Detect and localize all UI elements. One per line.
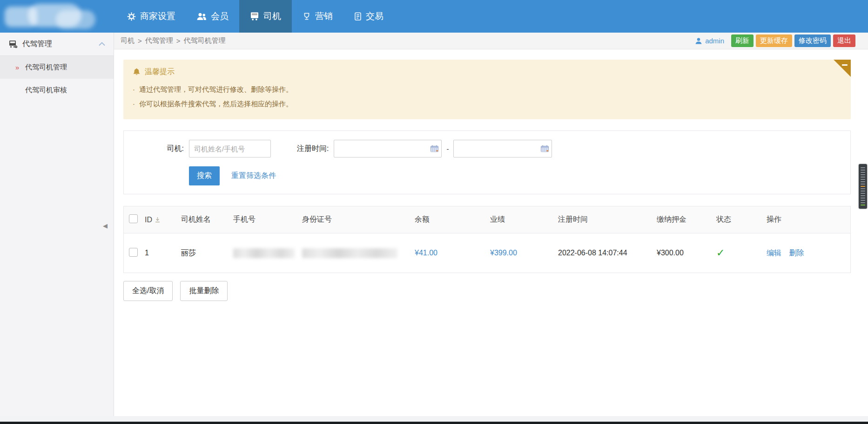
trophy-icon bbox=[303, 12, 311, 21]
cell-performance: ¥399.00 bbox=[490, 249, 558, 257]
car-icon bbox=[250, 12, 259, 21]
edit-link[interactable]: 编辑 bbox=[767, 249, 781, 257]
nav-item-label: 营销 bbox=[315, 10, 333, 22]
driver-label: 司机: bbox=[124, 144, 189, 154]
tip-text: 你可以根据条件搜索代驾，然后选择相应的操作。 bbox=[139, 100, 293, 108]
update-cache-button[interactable]: 更新缓存 bbox=[756, 34, 792, 47]
gear-icon bbox=[127, 12, 136, 21]
minimap-marker bbox=[861, 202, 865, 203]
breadcrumb-separator: > bbox=[138, 37, 142, 45]
scroll-minimap-widget[interactable] bbox=[859, 164, 867, 209]
reset-filters-link[interactable]: 重置筛选条件 bbox=[231, 171, 276, 181]
minimap-marker bbox=[861, 200, 865, 201]
minimap-marker bbox=[861, 191, 865, 191]
row-checkbox-cell bbox=[124, 248, 145, 259]
column-status: 状态 bbox=[716, 215, 767, 225]
sidebar-group-driver-management[interactable]: 代驾管理 bbox=[0, 33, 114, 56]
table-row: 1 丽莎 ¥41.00 ¥399.00 2022-06-08 14:07:44 … bbox=[124, 233, 850, 273]
topbar-actions: admin 刷新 更新缓存 修改密码 退出 bbox=[695, 34, 855, 47]
breadcrumb: 司机 > 代驾管理 > 代驾司机管理 bbox=[121, 36, 226, 45]
column-id-number: 身份证号 bbox=[302, 215, 415, 225]
change-password-button[interactable]: 修改密码 bbox=[794, 34, 831, 47]
date-range-separator: - bbox=[446, 145, 449, 153]
batch-delete-button[interactable]: 批量删除 bbox=[180, 281, 228, 301]
sidebar-item-label: 代驾司机审核 bbox=[25, 86, 67, 95]
delete-link[interactable]: 删除 bbox=[789, 249, 804, 257]
minimap-marker bbox=[861, 188, 865, 189]
sidebar-item-driver-audit[interactable]: 代驾司机审核 bbox=[0, 79, 114, 102]
status-check-icon: ✓ bbox=[716, 247, 725, 259]
app-logo bbox=[0, 0, 116, 33]
sidebar: 代驾管理 » 代驾司机管理 代驾司机审核 bbox=[0, 33, 114, 416]
page-content: 温馨提示 ·通过代驾管理，可对代驾进行修改、删除等操作。 ·你可以根据条件搜索代… bbox=[114, 49, 868, 416]
minus-icon bbox=[842, 64, 848, 66]
minimap-marker bbox=[861, 193, 865, 194]
search-actions-row: 搜索 重置筛选条件 bbox=[124, 166, 850, 185]
date-to-wrap bbox=[453, 140, 552, 157]
chevron-up-icon bbox=[99, 42, 105, 46]
column-actions: 操作 bbox=[767, 215, 850, 225]
calendar-icon[interactable] bbox=[431, 145, 438, 152]
row-checkbox[interactable] bbox=[129, 248, 138, 257]
nav-item-label: 会员 bbox=[211, 10, 229, 22]
nav-item-label: 商家设置 bbox=[140, 10, 175, 22]
column-id: ID bbox=[145, 216, 181, 224]
minimap-marker bbox=[861, 181, 865, 182]
minimap-marker bbox=[861, 179, 865, 180]
driver-search-input[interactable] bbox=[189, 140, 271, 157]
date-from-wrap bbox=[334, 140, 442, 157]
tips-panel: 温馨提示 ·通过代驾管理，可对代驾进行修改、删除等操作。 ·你可以根据条件搜索代… bbox=[123, 60, 851, 119]
logout-button[interactable]: 退出 bbox=[833, 34, 855, 47]
minimap-marker bbox=[861, 167, 865, 168]
nav-item-transactions[interactable]: 交易 bbox=[343, 0, 394, 33]
user-icon bbox=[695, 37, 702, 45]
cell-balance: ¥41.00 bbox=[415, 249, 490, 257]
table-header-row: ID 司机姓名 手机号 身份证号 余额 业绩 注册时间 缴纳押金 状态 bbox=[124, 206, 850, 233]
drivers-table: ID 司机姓名 手机号 身份证号 余额 业绩 注册时间 缴纳押金 状态 bbox=[123, 206, 851, 273]
breadcrumb-part: 代驾司机管理 bbox=[184, 36, 226, 45]
nav-item-drivers[interactable]: 司机 bbox=[239, 0, 292, 33]
calendar-icon[interactable] bbox=[541, 145, 549, 152]
select-all-checkbox[interactable] bbox=[129, 214, 138, 223]
minimap-marker bbox=[861, 170, 865, 171]
column-driver-name: 司机姓名 bbox=[181, 215, 233, 225]
active-marker-icon: » bbox=[15, 63, 19, 71]
nav-item-merchant-settings[interactable]: 商家设置 bbox=[116, 0, 186, 33]
tips-body: ·通过代驾管理，可对代驾进行修改、删除等操作。 ·你可以根据条件搜索代驾，然后选… bbox=[133, 82, 841, 111]
cell-driver-name: 丽莎 bbox=[181, 248, 233, 258]
breadcrumb-bar: 司机 > 代驾管理 > 代驾司机管理 admin 刷新 更新缓存 bbox=[114, 33, 868, 49]
cell-status: ✓ bbox=[716, 247, 767, 259]
column-phone: 手机号 bbox=[233, 215, 302, 225]
minimap-marker-orange bbox=[861, 186, 865, 187]
users-icon bbox=[197, 13, 207, 21]
minimap-marker bbox=[861, 198, 865, 198]
minimap-marker bbox=[861, 172, 865, 173]
minimap-marker bbox=[861, 195, 865, 196]
cell-register-time: 2022-06-08 14:07:44 bbox=[558, 249, 657, 257]
bulk-actions: 全选/取消 批量删除 bbox=[123, 281, 851, 301]
register-time-to-input[interactable] bbox=[453, 140, 552, 157]
column-balance: 余额 bbox=[415, 215, 490, 225]
redacted-phone bbox=[233, 248, 295, 258]
tip-line: ·你可以根据条件搜索代驾，然后选择相应的操作。 bbox=[133, 96, 841, 111]
breadcrumb-separator: > bbox=[176, 37, 181, 45]
tips-collapse-corner[interactable] bbox=[834, 60, 851, 77]
cell-deposit: ¥300.00 bbox=[657, 249, 716, 257]
current-user[interactable]: admin bbox=[695, 37, 724, 45]
nav-item-members[interactable]: 会员 bbox=[186, 0, 239, 33]
register-time-from-input[interactable] bbox=[334, 140, 442, 157]
select-all-button[interactable]: 全选/取消 bbox=[123, 281, 173, 301]
bullet: · bbox=[133, 85, 135, 93]
sidebar-collapse-handle[interactable]: ◀ bbox=[103, 222, 108, 229]
breadcrumb-part: 司机 bbox=[121, 36, 135, 45]
cell-phone bbox=[233, 248, 302, 258]
sidebar-item-driver-manage[interactable]: » 代驾司机管理 bbox=[0, 56, 114, 79]
main-menu: 商家设置 会员 司机 bbox=[116, 0, 394, 33]
search-button[interactable]: 搜索 bbox=[189, 166, 220, 185]
search-form-row: 司机: 注册时间: bbox=[124, 140, 850, 157]
column-deposit: 缴纳押金 bbox=[657, 215, 716, 225]
nav-item-marketing[interactable]: 营销 bbox=[292, 0, 343, 33]
main-area: 司机 > 代驾管理 > 代驾司机管理 admin 刷新 更新缓存 bbox=[114, 33, 868, 416]
refresh-button[interactable]: 刷新 bbox=[731, 34, 754, 47]
sort-icon[interactable] bbox=[155, 217, 161, 223]
